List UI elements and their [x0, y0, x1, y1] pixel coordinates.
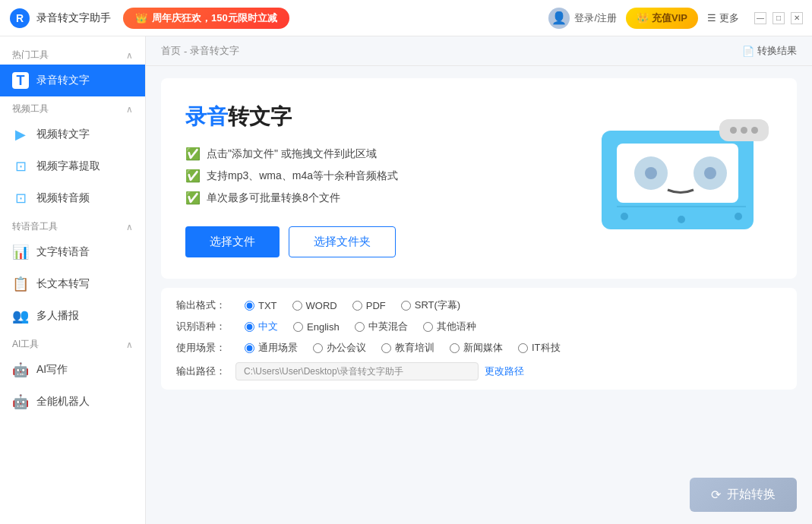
- select-file-button[interactable]: 选择文件: [185, 226, 280, 257]
- sidebar-item-luyin-label: 录音转文字: [36, 74, 90, 87]
- sidebar-item-ai-write[interactable]: 🤖 AI写作: [0, 354, 145, 386]
- upload-title: 录音转文字: [185, 103, 590, 131]
- options-area: 输出格式： TXT WORD PDF: [161, 288, 797, 390]
- more-menu-button[interactable]: ☰ 更多: [707, 11, 739, 25]
- format-srt[interactable]: SRT(字幕): [401, 298, 460, 312]
- window-controls: — □ ✕: [754, 12, 803, 24]
- format-pdf-radio[interactable]: [352, 301, 362, 311]
- promo-banner[interactable]: 👑 周年庆狂欢，150元限时立减: [123, 8, 289, 29]
- format-pdf[interactable]: PDF: [352, 300, 386, 311]
- speech-dot-1: [730, 127, 737, 134]
- video-tools-label: 视频工具: [12, 103, 49, 115]
- scene-office-label: 办公会议: [327, 341, 366, 355]
- svg-text:R: R: [16, 12, 24, 24]
- upload-right: [590, 119, 773, 241]
- all-robot-icon: 🤖: [12, 393, 29, 410]
- scene-office[interactable]: 办公会议: [313, 341, 366, 355]
- language-row: 识别语种： 中文 English 中英混合: [176, 320, 782, 333]
- convert-result-button[interactable]: 📄 转换结果: [742, 44, 797, 58]
- format-srt-radio[interactable]: [401, 301, 411, 311]
- scene-office-radio[interactable]: [313, 343, 323, 353]
- sidebar-item-ai-write-label: AI写作: [36, 363, 68, 377]
- check-icon-1: ✅: [185, 147, 201, 161]
- scene-education[interactable]: 教育培训: [381, 341, 434, 355]
- scene-news[interactable]: 新闻媒体: [450, 341, 503, 355]
- file-icon: 📄: [742, 46, 754, 57]
- lang-english-radio[interactable]: [293, 322, 303, 332]
- lang-chinese-radio[interactable]: [245, 322, 254, 332]
- user-login-area[interactable]: 👤 登录/注册: [548, 8, 617, 29]
- popular-tools-label: 热门工具: [12, 49, 49, 62]
- output-path-row: 输出路径： 更改路径: [176, 362, 782, 380]
- convert-spinner-icon: ⟳: [711, 488, 721, 502]
- sidebar-item-multi-cast[interactable]: 👥 多人播报: [0, 300, 145, 332]
- format-txt[interactable]: TXT: [245, 300, 277, 311]
- sidebar-item-video-audio[interactable]: ⊡ 视频转音频: [0, 182, 145, 214]
- convert-btn-label: 开始转换: [727, 487, 776, 503]
- convert-result-label: 转换结果: [757, 44, 797, 58]
- sidebar-section-popular: 热门工具 ∧: [0, 43, 145, 65]
- sidebar-item-luyin[interactable]: T 录音转文字: [0, 65, 145, 96]
- feature-3-text: 单次最多可批量转换8个文件: [207, 191, 340, 205]
- close-button[interactable]: ✕: [791, 12, 803, 24]
- titlebar: R 录音转文字助手 👑 周年庆狂欢，150元限时立减 👤 登录/注册 👑 充值V…: [0, 0, 812, 36]
- minimize-button[interactable]: —: [754, 12, 766, 24]
- scene-it-radio[interactable]: [518, 343, 528, 353]
- language-label: 识别语种：: [176, 320, 229, 333]
- format-word-radio[interactable]: [292, 301, 302, 311]
- sidebar-item-video-subtitle[interactable]: ⊡ 视频字幕提取: [0, 150, 145, 182]
- promo-crown: 👑: [135, 12, 147, 24]
- sidebar-item-all-robot[interactable]: 🤖 全能机器人: [0, 386, 145, 418]
- avatar: 👤: [548, 8, 570, 29]
- lang-mixed-radio[interactable]: [355, 322, 365, 332]
- sidebar-item-video-text-label: 视频转文字: [36, 128, 90, 141]
- scene-general[interactable]: 通用场景: [245, 341, 298, 355]
- path-input[interactable]: [235, 362, 479, 380]
- svg-point-10: [735, 213, 742, 220]
- scene-general-radio[interactable]: [245, 343, 254, 353]
- sidebar-item-long-text[interactable]: 📋 长文本转写: [0, 268, 145, 300]
- sidebar-item-long-text-label: 长文本转写: [36, 277, 90, 291]
- format-word[interactable]: WORD: [292, 300, 337, 311]
- user-login-label: 登录/注册: [574, 11, 617, 25]
- breadcrumb-home: 首页: [161, 44, 181, 58]
- feature-1: ✅ 点击"添加文件" 或拖拽文件到此区域: [185, 147, 590, 161]
- format-options: TXT WORD PDF SRT(字幕): [245, 298, 460, 312]
- more-label: 更多: [719, 11, 739, 25]
- select-folder-button[interactable]: 选择文件夹: [289, 226, 396, 257]
- lang-other-radio[interactable]: [423, 322, 433, 332]
- lang-mixed-label: 中英混合: [368, 320, 408, 333]
- scene-news-radio[interactable]: [450, 343, 460, 353]
- lang-chinese[interactable]: 中文: [245, 320, 278, 333]
- vip-label: 充值VIP: [652, 11, 687, 25]
- feature-3: ✅ 单次最多可批量转换8个文件: [185, 191, 590, 205]
- sidebar-item-text-speech[interactable]: 📊 文字转语音: [0, 236, 145, 268]
- scene-it-label: IT科技: [532, 341, 561, 355]
- sidebar-item-video-text[interactable]: ▶ 视频转文字: [0, 118, 145, 150]
- lang-other[interactable]: 其他语种: [423, 320, 476, 333]
- lang-other-label: 其他语种: [437, 320, 476, 333]
- maximize-button[interactable]: □: [773, 12, 785, 24]
- popular-tools-arrow: ∧: [126, 50, 133, 61]
- svg-point-8: [621, 213, 628, 220]
- sidebar-section-ai: AI工具 ∧: [0, 332, 145, 354]
- breadcrumb-path: 首页 - 录音转文字: [161, 44, 239, 58]
- ai-write-icon: 🤖: [12, 361, 29, 378]
- promo-text: 周年庆狂欢，150元限时立减: [152, 11, 277, 25]
- sidebar-item-all-robot-label: 全能机器人: [36, 395, 90, 409]
- change-path-button[interactable]: 更改路径: [485, 365, 524, 378]
- lang-english[interactable]: English: [293, 321, 340, 333]
- scene-it[interactable]: IT科技: [518, 341, 561, 355]
- vip-button[interactable]: 👑 充值VIP: [626, 8, 698, 29]
- scene-education-radio[interactable]: [381, 343, 391, 353]
- video-tools-arrow: ∧: [126, 104, 133, 115]
- scene-label: 使用场景：: [176, 341, 229, 355]
- speech-dot-3: [751, 127, 758, 134]
- video-text-icon: ▶: [12, 126, 29, 143]
- format-txt-radio[interactable]: [245, 301, 254, 311]
- start-convert-button[interactable]: ⟳ 开始转换: [690, 478, 797, 512]
- tts-tools-arrow: ∧: [126, 222, 133, 232]
- video-audio-icon: ⊡: [12, 190, 29, 207]
- feature-1-text: 点击"添加文件" 或拖拽文件到此区域: [207, 147, 377, 161]
- lang-mixed[interactable]: 中英混合: [355, 320, 408, 333]
